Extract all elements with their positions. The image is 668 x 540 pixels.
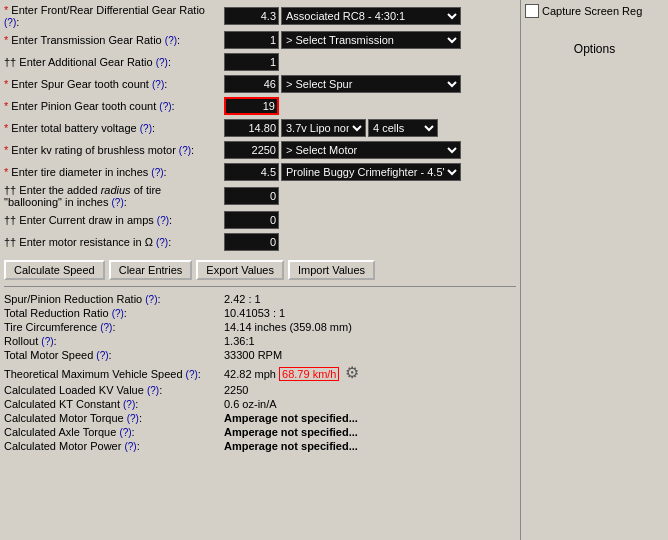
result-label-motor-power: Calculated Motor Power (?): [4,440,224,452]
calculate-button[interactable]: Calculate Speed [4,260,105,280]
row-ballooning: †† Enter the added radius of tire "ballo… [4,184,516,208]
row-tire: * Enter tire diameter in inches (?): Pro… [4,162,516,182]
row-current: †† Enter Current draw in amps (?): [4,210,516,230]
capture-screen-button[interactable]: Capture Screen Reg [525,4,664,18]
result-kt: Calculated KT Constant (?): 0.6 oz-in/A [4,398,516,410]
select-battery-type[interactable]: 3.7v Lipo nom [281,119,366,137]
input-tire[interactable] [224,163,279,181]
result-label-max-speed: Theoretical Maximum Vehicle Speed (?): [4,368,224,380]
result-loaded-kv: Calculated Loaded KV Value (?): 2250 [4,384,516,396]
label-additional-gear: †† Enter Additional Gear Ratio (?): [4,56,224,68]
left-panel: * Enter Front/Rear Differential Gear Rat… [0,0,520,540]
result-axle-torque: Calculated Axle Torque (?): Amperage not… [4,426,516,438]
row-differential: * Enter Front/Rear Differential Gear Rat… [4,4,516,28]
results-section: Spur/Pinion Reduction Ratio (?): 2.42 : … [4,291,516,452]
row-battery: * Enter total battery voltage (?): 3.7v … [4,118,516,138]
result-label-rollout: Rollout (?): [4,335,224,347]
input-additional-gear[interactable] [224,53,279,71]
capture-checkbox[interactable] [525,4,539,18]
select-tire[interactable]: Proline Buggy Crimefighter - 4.5" [281,163,461,181]
label-tire: * Enter tire diameter in inches (?): [4,166,224,178]
speed-highlight-box: 68.79 km/h [279,367,339,381]
result-motor-torque: Calculated Motor Torque (?): Amperage no… [4,412,516,424]
input-spur[interactable] [224,75,279,93]
import-button[interactable]: Import Values [288,260,375,280]
label-differential: * Enter Front/Rear Differential Gear Rat… [4,4,224,28]
row-additional-gear: †† Enter Additional Gear Ratio (?): [4,52,516,72]
label-resistance: †† Enter motor resistance in Ω (?): [4,236,224,248]
capture-label: Capture Screen Reg [542,5,642,17]
input-pinion[interactable] [224,97,279,115]
select-differential[interactable]: Associated RC8 - 4:30:1 [281,7,461,25]
label-ballooning: †† Enter the added radius of tire "ballo… [4,184,224,208]
gear-icon: ⚙ [345,363,359,382]
result-label-loaded-kv: Calculated Loaded KV Value (?): [4,384,224,396]
select-transmission[interactable]: > Select Transmission [281,31,461,49]
result-motor-power: Calculated Motor Power (?): Amperage not… [4,440,516,452]
result-label-total-reduction: Total Reduction Ratio (?): [4,307,224,319]
result-label-circumference: Tire Circumference (?): [4,321,224,333]
result-value-motor-speed: 33300 RPM [224,349,282,361]
select-battery-cells[interactable]: 4 cells [368,119,438,137]
button-row: Calculate Speed Clear Entries Export Val… [4,260,516,280]
select-motor[interactable]: > Select Motor [281,141,461,159]
row-resistance: †† Enter motor resistance in Ω (?): [4,232,516,252]
result-spur-pinion: Spur/Pinion Reduction Ratio (?): 2.42 : … [4,293,516,305]
label-battery: * Enter total battery voltage (?): [4,122,224,134]
result-label-axle-torque: Calculated Axle Torque (?): [4,426,224,438]
result-rollout: Rollout (?): 1.36:1 [4,335,516,347]
result-label-kt: Calculated KT Constant (?): [4,398,224,410]
row-pinion: * Enter Pinion Gear tooth count (?): [4,96,516,116]
label-transmission: * Enter Transmission Gear Ratio (?): [4,34,224,46]
label-spur: * Enter Spur Gear tooth count (?): [4,78,224,90]
result-circumference: Tire Circumference (?): 14.14 inches (35… [4,321,516,333]
result-label-spur-pinion: Spur/Pinion Reduction Ratio (?): [4,293,224,305]
row-kv: * Enter kv rating of brushless motor (?)… [4,140,516,160]
input-ballooning[interactable] [224,187,279,205]
result-value-spur-pinion: 2.42 : 1 [224,293,261,305]
label-pinion: * Enter Pinion Gear tooth count (?): [4,100,224,112]
input-differential[interactable] [224,7,279,25]
result-max-speed: Theoretical Maximum Vehicle Speed (?): 4… [4,363,516,382]
input-battery[interactable] [224,119,279,137]
result-value-rollout: 1.36:1 [224,335,255,347]
result-value-max-speed: 42.82 mph 68.79 km/h [224,368,339,380]
clear-button[interactable]: Clear Entries [109,260,193,280]
options-label: Options [525,42,664,56]
result-value-kt: 0.6 oz-in/A [224,398,277,410]
result-motor-speed: Total Motor Speed (?): 33300 RPM [4,349,516,361]
right-panel: Capture Screen Reg Options [520,0,668,540]
row-transmission: * Enter Transmission Gear Ratio (?): > S… [4,30,516,50]
export-button[interactable]: Export Values [196,260,284,280]
label-current: †† Enter Current draw in amps (?): [4,214,224,226]
row-spur: * Enter Spur Gear tooth count (?): > Sel… [4,74,516,94]
result-total-reduction: Total Reduction Ratio (?): 10.41053 : 1 [4,307,516,319]
result-value-total-reduction: 10.41053 : 1 [224,307,285,319]
divider [4,286,516,287]
input-current[interactable] [224,211,279,229]
select-spur[interactable]: > Select Spur [281,75,461,93]
result-label-motor-torque: Calculated Motor Torque (?): [4,412,224,424]
input-resistance[interactable] [224,233,279,251]
result-value-loaded-kv: 2250 [224,384,248,396]
result-value-circumference: 14.14 inches (359.08 mm) [224,321,352,333]
label-kv: * Enter kv rating of brushless motor (?)… [4,144,224,156]
input-kv[interactable] [224,141,279,159]
result-label-motor-speed: Total Motor Speed (?): [4,349,224,361]
input-transmission[interactable] [224,31,279,49]
result-value-motor-torque: Amperage not specified... [224,412,358,424]
result-value-axle-torque: Amperage not specified... [224,426,358,438]
result-value-motor-power: Amperage not specified... [224,440,358,452]
